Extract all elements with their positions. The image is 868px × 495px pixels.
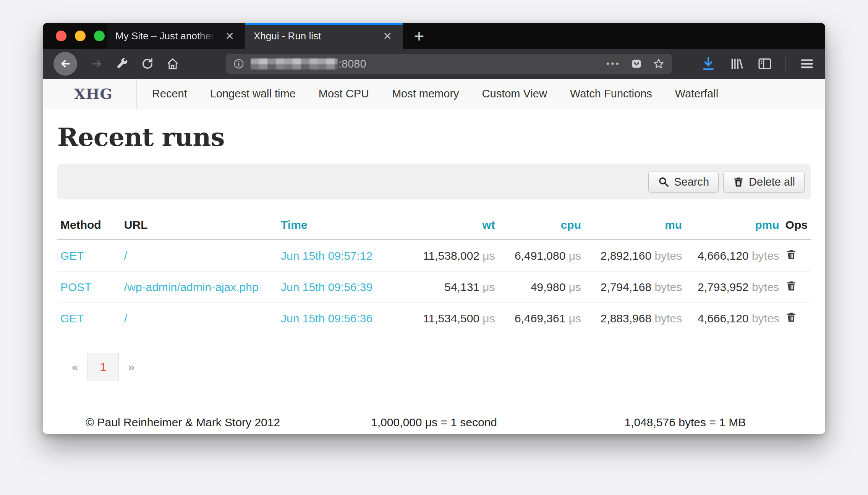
wt-value: 11,538,002 bbox=[423, 249, 479, 262]
table-row: GET / Jun 15th 09:56:36 11,534,500 μs 6,… bbox=[57, 303, 811, 334]
address-bar[interactable]: :8080 ••• bbox=[226, 54, 672, 74]
mu-unit: bytes bbox=[654, 312, 682, 325]
col-header-wt-sort[interactable]: wt bbox=[482, 218, 495, 231]
run-time-link[interactable]: Jun 15th 09:57:12 bbox=[281, 249, 372, 262]
page-tools-button[interactable] bbox=[111, 52, 134, 75]
hamburger-icon bbox=[799, 56, 815, 71]
pagination-next-button[interactable]: » bbox=[119, 361, 144, 374]
delete-run-button[interactable] bbox=[785, 249, 799, 262]
tab-title: Xhgui - Run list bbox=[254, 30, 374, 42]
pocket-icon[interactable] bbox=[630, 58, 643, 70]
home-button[interactable] bbox=[161, 52, 184, 75]
toolbar-separator bbox=[785, 56, 786, 72]
tab-wordpress-site[interactable]: My Site – Just another WordPress si ✕ bbox=[107, 23, 245, 49]
pagination-current-page[interactable]: 1 bbox=[87, 353, 119, 381]
forward-arrow-icon bbox=[91, 57, 104, 70]
page-content: XHG Recent Longest wall time Most CPU Mo… bbox=[43, 79, 825, 434]
back-arrow-icon bbox=[59, 57, 72, 70]
cpu-value: 6,469,361 bbox=[515, 312, 565, 325]
nav-item-recent[interactable]: Recent bbox=[141, 87, 199, 100]
col-header-time-sort[interactable]: Time bbox=[281, 218, 307, 231]
actions-bar: Search Delete all bbox=[57, 164, 811, 199]
delete-all-button-label: Delete all bbox=[749, 176, 795, 188]
run-time-link[interactable]: Jun 15th 09:56:39 bbox=[281, 281, 372, 293]
table-header-row: Method URL Time wt cpu mu pmu Ops bbox=[57, 212, 811, 240]
footer-bytes-note: 1,048,576 bytes = 1 MB bbox=[560, 416, 811, 429]
trash-icon bbox=[785, 311, 797, 323]
download-arrow-icon bbox=[701, 56, 716, 71]
pmu-value: 4,666,120 bbox=[698, 312, 748, 325]
run-url-link[interactable]: / bbox=[124, 249, 127, 262]
cpu-value: 49,980 bbox=[531, 281, 566, 293]
col-header-pmu-sort[interactable]: pmu bbox=[755, 218, 779, 231]
tab-title: My Site – Just another WordPress si bbox=[115, 30, 216, 42]
wt-value: 11,534,500 bbox=[423, 312, 479, 325]
nav-item-most-memory[interactable]: Most memory bbox=[381, 87, 471, 100]
back-button[interactable] bbox=[53, 52, 77, 76]
trash-icon bbox=[733, 176, 744, 188]
delete-all-button[interactable]: Delete all bbox=[723, 171, 805, 192]
nav-item-waterfall[interactable]: Waterfall bbox=[664, 87, 730, 100]
cpu-unit: μs bbox=[569, 249, 581, 262]
run-method-link[interactable]: POST bbox=[60, 281, 92, 293]
browser-toolbar: :8080 ••• bbox=[43, 49, 825, 79]
minimize-window-button[interactable] bbox=[75, 31, 86, 41]
close-tab-icon[interactable]: ✕ bbox=[223, 30, 236, 42]
forward-button[interactable] bbox=[86, 52, 108, 75]
mu-value: 2,883,968 bbox=[601, 312, 651, 325]
cpu-unit: μs bbox=[569, 281, 581, 293]
tab-bar: My Site – Just another WordPress si ✕ Xh… bbox=[43, 23, 825, 49]
mu-unit: bytes bbox=[654, 281, 682, 293]
delete-run-button[interactable] bbox=[785, 280, 799, 294]
nav-item-longest-wall-time[interactable]: Longest wall time bbox=[199, 87, 307, 100]
search-button[interactable]: Search bbox=[648, 171, 719, 192]
mu-value: 2,794,168 bbox=[601, 281, 651, 293]
col-header-mu-sort[interactable]: mu bbox=[665, 218, 682, 231]
sidebar-toggle-button[interactable] bbox=[757, 56, 772, 71]
wrench-icon bbox=[116, 57, 129, 70]
pmu-unit: bytes bbox=[752, 312, 779, 325]
run-url-link[interactable]: / bbox=[124, 312, 127, 325]
page-actions-icon[interactable]: ••• bbox=[606, 58, 620, 69]
close-window-button[interactable] bbox=[56, 31, 66, 41]
trash-icon bbox=[785, 249, 797, 260]
library-button[interactable] bbox=[729, 56, 744, 71]
cpu-value: 6,491,080 bbox=[515, 249, 565, 262]
cpu-unit: μs bbox=[569, 312, 581, 325]
table-row: POST /wp-admin/admin-ajax.php Jun 15th 0… bbox=[57, 272, 811, 303]
nav-item-most-cpu[interactable]: Most CPU bbox=[307, 87, 381, 100]
reload-icon bbox=[141, 57, 154, 70]
pagination: « 1 » bbox=[63, 353, 811, 381]
table-row: GET / Jun 15th 09:57:12 11,538,002 μs 6,… bbox=[57, 240, 811, 272]
zoom-window-button[interactable] bbox=[94, 31, 105, 41]
site-info-icon[interactable] bbox=[233, 58, 245, 70]
window-controls bbox=[43, 23, 107, 49]
downloads-button[interactable] bbox=[701, 56, 716, 71]
library-icon bbox=[729, 56, 744, 71]
bookmark-star-icon[interactable] bbox=[653, 58, 665, 70]
nav-item-custom-view[interactable]: Custom View bbox=[471, 87, 559, 100]
col-header-url: URL bbox=[121, 212, 278, 240]
xhg-logo[interactable]: XHG bbox=[43, 79, 137, 109]
delete-run-button[interactable] bbox=[785, 311, 799, 325]
pmu-unit: bytes bbox=[752, 249, 779, 262]
runs-table: Method URL Time wt cpu mu pmu Ops GET / bbox=[57, 212, 811, 334]
url-port: :8080 bbox=[338, 58, 366, 70]
xhgui-navbar: XHG Recent Longest wall time Most CPU Mo… bbox=[43, 79, 825, 109]
tab-xhgui-run-list[interactable]: Xhgui - Run list ✕ bbox=[245, 23, 403, 49]
run-url-link[interactable]: /wp-admin/admin-ajax.php bbox=[124, 281, 259, 293]
menu-button[interactable] bbox=[799, 56, 815, 71]
new-tab-button[interactable]: + bbox=[403, 23, 436, 49]
run-time-link[interactable]: Jun 15th 09:56:36 bbox=[281, 312, 372, 325]
mu-unit: bytes bbox=[654, 249, 682, 262]
close-tab-icon[interactable]: ✕ bbox=[381, 30, 394, 42]
col-header-cpu-sort[interactable]: cpu bbox=[561, 218, 581, 231]
pagination-prev-button[interactable]: « bbox=[63, 361, 87, 374]
wt-unit: μs bbox=[483, 281, 495, 293]
run-method-link[interactable]: GET bbox=[60, 249, 84, 262]
run-method-link[interactable]: GET bbox=[60, 312, 84, 325]
wt-value: 54,131 bbox=[444, 281, 479, 293]
col-header-ops: Ops bbox=[782, 212, 811, 240]
reload-button[interactable] bbox=[136, 52, 159, 75]
nav-item-watch-functions[interactable]: Watch Functions bbox=[559, 87, 664, 100]
